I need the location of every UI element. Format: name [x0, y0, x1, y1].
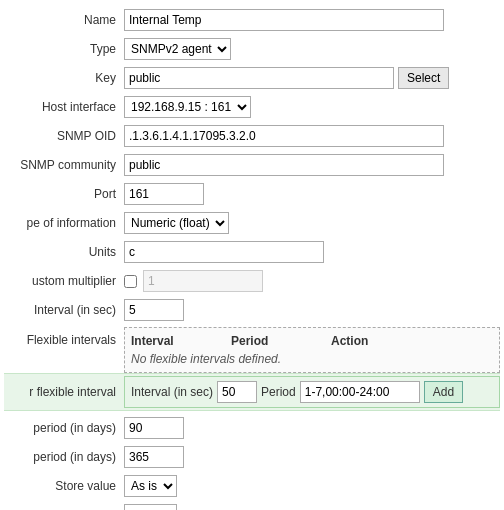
new-flex-period-input[interactable] — [300, 381, 420, 403]
store-value-control: As is — [124, 475, 500, 497]
type-info-select[interactable]: Numeric (float) — [124, 212, 229, 234]
snmp-community-label: SNMP community — [4, 158, 124, 172]
snmp-community-row: SNMP community — [4, 153, 500, 177]
flex-col-action: Action — [331, 334, 493, 348]
new-flex-label: r flexible interval — [4, 385, 124, 399]
key-row: Key Select — [4, 66, 500, 90]
trends-label: period (in days) — [4, 450, 124, 464]
type-select[interactable]: SNMPv2 agent — [124, 38, 231, 60]
port-row: Port — [4, 182, 500, 206]
name-control — [124, 9, 500, 31]
type-info-control: Numeric (float) — [124, 212, 500, 234]
custom-multiplier-input[interactable] — [143, 270, 263, 292]
host-interface-row: Host interface 192.168.9.15 : 161 — [4, 95, 500, 119]
port-control — [124, 183, 500, 205]
flexible-intervals-box: Interval Period Action No flexible inter… — [124, 327, 500, 373]
flexible-intervals-empty: No flexible intervals defined. — [131, 352, 493, 366]
host-interface-select[interactable]: 192.168.9.15 : 161 — [124, 96, 251, 118]
flexible-intervals-label: Flexible intervals — [4, 327, 124, 347]
key-select-button[interactable]: Select — [398, 67, 449, 89]
key-control: Select — [124, 67, 500, 89]
show-value-row: Show value As is show value mappings — [4, 503, 500, 510]
new-flex-interval-label: Interval (in sec) — [131, 385, 213, 399]
trends-input[interactable] — [124, 446, 184, 468]
interval-control — [124, 299, 500, 321]
trends-control — [124, 446, 500, 468]
interval-row: Interval (in sec) — [4, 298, 500, 322]
units-input[interactable] — [124, 241, 324, 263]
store-value-row: Store value As is — [4, 474, 500, 498]
host-interface-label: Host interface — [4, 100, 124, 114]
flex-col-interval: Interval — [131, 334, 231, 348]
interval-label: Interval (in sec) — [4, 303, 124, 317]
show-value-control: As is show value mappings — [124, 504, 500, 510]
store-value-select[interactable]: As is — [124, 475, 177, 497]
name-input[interactable] — [124, 9, 444, 31]
flexible-intervals-row: Flexible intervals Interval Period Actio… — [4, 327, 500, 373]
history-row: period (in days) — [4, 416, 500, 440]
units-control — [124, 241, 500, 263]
name-label: Name — [4, 13, 124, 27]
snmp-oid-control — [124, 125, 500, 147]
store-value-label: Store value — [4, 479, 124, 493]
history-input[interactable] — [124, 417, 184, 439]
new-flex-interval-row: r flexible interval Interval (in sec) Pe… — [4, 373, 500, 411]
flex-col-period: Period — [231, 334, 331, 348]
custom-multiplier-row: ustom multiplier — [4, 269, 500, 293]
interval-input[interactable] — [124, 299, 184, 321]
custom-multiplier-checkbox[interactable] — [124, 275, 137, 288]
new-flex-interval-input[interactable] — [217, 381, 257, 403]
host-interface-control: 192.168.9.15 : 161 — [124, 96, 500, 118]
flexible-intervals-control: Interval Period Action No flexible inter… — [124, 327, 500, 373]
units-label: Units — [4, 245, 124, 259]
key-label: Key — [4, 71, 124, 85]
custom-multiplier-control — [124, 270, 500, 292]
name-row: Name — [4, 8, 500, 32]
snmp-oid-input[interactable] — [124, 125, 444, 147]
port-input[interactable] — [124, 183, 204, 205]
type-info-row: pe of information Numeric (float) — [4, 211, 500, 235]
trends-row: period (in days) — [4, 445, 500, 469]
new-flex-control: Interval (in sec) Period Add — [124, 376, 500, 408]
form-container: Name Type SNMPv2 agent Key Select Host i… — [0, 0, 504, 510]
snmp-community-input[interactable] — [124, 154, 444, 176]
new-flex-period-label: Period — [261, 385, 296, 399]
type-row: Type SNMPv2 agent — [4, 37, 500, 61]
show-value-select[interactable]: As is — [124, 504, 177, 510]
units-row: Units — [4, 240, 500, 264]
type-info-label: pe of information — [4, 216, 124, 230]
key-input[interactable] — [124, 67, 394, 89]
custom-multiplier-label: ustom multiplier — [4, 274, 124, 288]
snmp-oid-row: SNMP OID — [4, 124, 500, 148]
history-control — [124, 417, 500, 439]
port-label: Port — [4, 187, 124, 201]
snmp-oid-label: SNMP OID — [4, 129, 124, 143]
new-flex-add-button[interactable]: Add — [424, 381, 463, 403]
type-control: SNMPv2 agent — [124, 38, 500, 60]
history-label: period (in days) — [4, 421, 124, 435]
flexible-intervals-header: Interval Period Action — [131, 334, 493, 348]
snmp-community-control — [124, 154, 500, 176]
type-label: Type — [4, 42, 124, 56]
